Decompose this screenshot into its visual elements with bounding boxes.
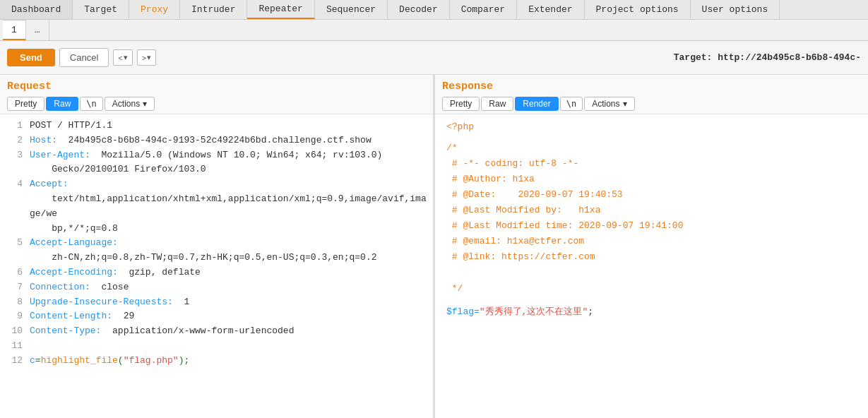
response-tab-newline[interactable]: \n [560, 97, 583, 111]
dropdown-prev-icon: ▾ [124, 53, 128, 62]
response-panel: Response Pretty Raw Render \n Actions ▾ … [435, 75, 868, 418]
cancel-button[interactable]: Cancel [59, 48, 109, 67]
nav-sequencer[interactable]: Sequencer [315, 0, 388, 19]
sub-tabs: 1 … [0, 20, 868, 41]
request-tab-newline[interactable]: \n [80, 97, 102, 111]
nav-repeater[interactable]: Repeater [247, 0, 314, 19]
response-tab-actions[interactable]: Actions ▾ [584, 97, 634, 111]
request-line-2: 2 Host: 24b495c8-b6b8-494c-9193-52c49224… [0, 133, 433, 148]
request-line-8: 8 Upgrade-Insecure-Requests: 1 [0, 295, 433, 310]
response-code-area[interactable]: <?php /* # -*- coding: utf-8 -*- # @Auth… [435, 114, 868, 418]
dropdown-next-icon: ▾ [147, 53, 151, 62]
nav-decoder[interactable]: Decoder [388, 0, 450, 19]
request-code-area[interactable]: 1 POST / HTTP/1.1 2 Host: 24b495c8-b6b8-… [0, 114, 433, 418]
request-line-9: 9 Content-Length: 29 [0, 309, 433, 324]
target-info: Target: http://24b495c8-b6b8-494c- [674, 52, 861, 63]
response-tab-pretty[interactable]: Pretty [442, 97, 480, 111]
nav-next-button[interactable]: > ▾ [137, 49, 156, 66]
response-comment-block: /* # -*- coding: utf-8 -*- # @Author: h1… [446, 141, 857, 297]
request-line-5: 5 Accept-Language: zh-CN,zh;q=0.8,zh-TW;… [0, 236, 433, 265]
request-line-6: 6 Accept-Encoding: gzip, deflate [0, 265, 433, 280]
response-tabs: Pretty Raw Render \n Actions ▾ [442, 97, 861, 111]
response-actions-dropdown-icon: ▾ [623, 99, 627, 109]
nav-extender[interactable]: Extender [517, 0, 584, 19]
nav-comparer[interactable]: Comparer [450, 0, 517, 19]
nav-prev-button[interactable]: < ▾ [113, 49, 132, 66]
request-tab-pretty[interactable]: Pretty [7, 97, 44, 111]
request-line-11: 11 [0, 339, 433, 354]
response-tab-render[interactable]: Render [515, 97, 558, 111]
send-button[interactable]: Send [7, 49, 55, 66]
sub-tab-1[interactable]: 1 [3, 20, 26, 40]
request-line-4: 4 Accept: text/html,application/xhtml+xm… [0, 177, 433, 236]
response-php-open: <?php [446, 120, 857, 135]
nav-project-options[interactable]: Project options [585, 0, 691, 19]
request-line-7: 7 Connection: close [0, 280, 433, 295]
nav-dashboard[interactable]: Dashboard [0, 0, 73, 19]
chevron-right-icon: > [142, 54, 146, 62]
request-tab-raw[interactable]: Raw [46, 97, 78, 111]
request-line-3: 3 User-Agent: Mozilla/5.0 (Windows NT 10… [0, 148, 433, 178]
nav-target[interactable]: Target [73, 0, 129, 19]
nav-proxy[interactable]: Proxy [129, 0, 180, 19]
request-panel-header: Request Pretty Raw \n Actions ▾ [0, 75, 433, 114]
request-line-10: 10 Content-Type: application/x-www-form-… [0, 324, 433, 339]
response-flag-line: $flag="秀秀得了,这次不在这里"; [446, 305, 857, 320]
request-panel: Request Pretty Raw \n Actions ▾ 1 POST /… [0, 75, 435, 418]
response-tab-raw[interactable]: Raw [481, 97, 513, 111]
request-line-1: 1 POST / HTTP/1.1 [0, 119, 433, 133]
response-flag-str: "秀秀得了,这次不在这里" [480, 306, 588, 317]
sub-tab-dots[interactable]: … [26, 20, 49, 40]
toolbar: Send Cancel < ▾ > ▾ Target: http://24b49… [0, 41, 868, 75]
actions-dropdown-icon: ▾ [143, 99, 147, 109]
request-line-12: 12 c=highlight_file("flag.php"); [0, 354, 433, 369]
nav-user-options[interactable]: User options [691, 0, 780, 19]
nav-intruder[interactable]: Intruder [180, 0, 247, 19]
request-tabs: Pretty Raw \n Actions ▾ [7, 97, 426, 111]
actions-label: Actions [112, 99, 140, 109]
top-nav: Dashboard Target Proxy Intruder Repeater… [0, 0, 868, 20]
request-tab-actions[interactable]: Actions ▾ [105, 97, 155, 111]
response-actions-label: Actions [592, 99, 619, 109]
response-flag-end: ; [588, 306, 593, 317]
chevron-left-icon: < [118, 54, 122, 62]
response-title: Response [442, 80, 861, 92]
response-flag-var: $flag= [446, 306, 480, 317]
main-content: Request Pretty Raw \n Actions ▾ 1 POST /… [0, 75, 868, 418]
response-panel-header: Response Pretty Raw Render \n Actions ▾ [435, 75, 868, 114]
request-title: Request [7, 80, 426, 92]
